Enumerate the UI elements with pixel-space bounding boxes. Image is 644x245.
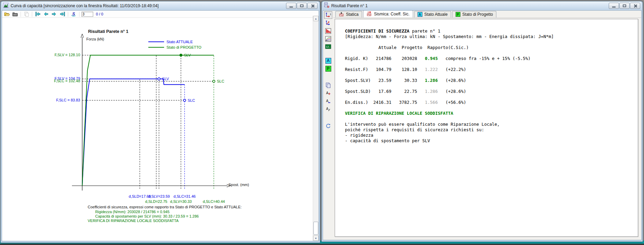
y-guide-label: F,SLV = 128.10 (54, 53, 80, 57)
marker-slv (180, 54, 182, 57)
copy-text-button[interactable] (324, 82, 332, 89)
maximize-button[interactable] (619, 3, 630, 9)
font-style-button[interactable]: A (324, 105, 332, 113)
stato-progetto-badge-icon: P (456, 12, 460, 17)
minimize-button[interactable] (286, 3, 296, 9)
svg-text:+: + (328, 91, 331, 96)
annotation-line-3: Capacità di spostamento per SLV (mm): 30… (95, 214, 199, 218)
tab-sismica-coeff-sic[interactable]: Sismica: Coeff. Sic. (363, 10, 413, 17)
paragraph-line: - rigidezza (345, 133, 634, 138)
close-icon (633, 4, 637, 8)
curves-chart-button[interactable] (324, 35, 332, 42)
result-row-rigidezza: Rigid. K) 214786 203028 0.945 compreso f… (345, 56, 634, 61)
minimize-icon (289, 7, 293, 8)
svg-text:12..: 12.. (326, 45, 330, 48)
marker-slc (213, 80, 215, 83)
close-button[interactable] (630, 3, 640, 9)
scrollbar-thumb[interactable] (313, 222, 318, 235)
svg-text:p: p (327, 5, 329, 8)
x-guide-label: d,SLD=22.75 (145, 199, 168, 204)
stato-attuale-button[interactable]: A (324, 57, 332, 64)
minimize-button[interactable] (609, 3, 619, 9)
result-row-spost-sld: Spost.SLD) 17.69 22.75 1.286 (+28.6%) (345, 89, 634, 94)
page-count-label: 0 / 0 (96, 12, 103, 16)
copy-icon[interactable] (23, 11, 30, 17)
legend-entry-attuale: Stato ATTUALE (148, 39, 201, 45)
maximize-button[interactable] (297, 3, 307, 9)
tab-stato-di-progetto[interactable]: P Stato di Progetto (452, 11, 496, 17)
font-increase-button[interactable]: A+ (324, 89, 332, 97)
stato-progetto-button[interactable]: P (324, 65, 332, 72)
ratio-value: 1.222 (425, 67, 438, 72)
right-titlebar: p Risultati Parete n° 1 (323, 1, 642, 10)
sync-results-button[interactable] (324, 122, 332, 130)
paragraph-line: L'intervento può essere qualificato come… (345, 122, 634, 127)
chart-legend: Stato ATTUALE Stato di PROGETTO (148, 39, 201, 50)
sync-icon[interactable]: S (70, 11, 77, 17)
previous-record-icon[interactable] (42, 11, 49, 17)
close-button[interactable] (307, 3, 318, 9)
ratio-value: 1.286 (425, 89, 438, 94)
marker-label: SLV (162, 77, 169, 81)
scroll-up-icon: ▲ (315, 17, 317, 20)
open-folder-icon[interactable] (3, 11, 10, 17)
page-number-input[interactable] (82, 12, 93, 17)
numeric-results-button[interactable]: 12.. (324, 43, 332, 50)
marker-label: SLC (217, 79, 224, 83)
scroll-down-button[interactable]: ▼ (313, 235, 319, 241)
tab-statica-label: Statica (346, 12, 359, 17)
toolbar-separator (32, 12, 32, 17)
x-axis-label: Spost. (mm) (228, 183, 249, 187)
legend-line-progetto (148, 47, 164, 48)
x-guide-label: d,SLD=17.69 (129, 194, 151, 198)
tab-stato-progetto-label: Stato di Progetto (462, 12, 493, 17)
series-stato-di-progetto (82, 55, 214, 186)
tab-stato-attuale-label: Stato Attuale (424, 12, 448, 17)
tab-stato-attuale[interactable]: A Stato Attuale (414, 11, 451, 17)
y-guide-label: F,SLC = 83.83 (56, 98, 80, 102)
annotation-line-2: Rigidezza (N/mm): 203028 / 214786 = 0.94… (95, 210, 170, 214)
histogram-button[interactable] (324, 27, 332, 35)
toolbar-separator (79, 12, 79, 17)
series-stato-attuale (82, 79, 185, 186)
svg-text:A: A (326, 99, 329, 103)
result-row-energia: En.diss.) 2416.31 3782.75 1.566 (+56.6%) (345, 100, 634, 105)
y-axis-label: Forza (kN) (86, 37, 104, 41)
x-guide-label: d,SLC=31.46 (174, 194, 196, 198)
left-toolbar: S 0 / 0 (2, 11, 319, 18)
paragraph-line: - capacità di spostamento per SLV (345, 138, 634, 144)
ratio-value: 0.945 (425, 56, 438, 61)
legend-label-attuale: Stato ATTUALE (166, 40, 193, 44)
all-walls-chart-button[interactable] (324, 19, 332, 27)
chart-title: Risultati Parete n° 1 (81, 29, 136, 34)
save-folder-icon[interactable] (12, 11, 18, 17)
ratio-value: 1.566 (425, 100, 438, 105)
minimize-icon (612, 7, 616, 8)
next-record-icon[interactable] (51, 11, 58, 17)
x-guide-label: d,SLV=30.33 (170, 199, 192, 204)
legend-line-attuale (148, 41, 164, 42)
single-wall-chart-button[interactable]: 1 (324, 11, 332, 19)
results-units-line: [Rigidezza: N/mm - Forza ultima: kN - Sp… (345, 34, 634, 39)
last-record-icon[interactable] (59, 11, 66, 17)
toolbar-separator (68, 12, 68, 17)
x-guide-label: d,SLV=23.59 (148, 194, 170, 198)
results-column-header: Attuale Progetto Rapporto(C.Sic.) (345, 45, 634, 50)
x-guide-label: d,SLC=40.44 (203, 199, 225, 204)
paragraph-line: poiché rispetta i requisiti di sicurezza… (345, 127, 634, 133)
results-text-panel: COEFFICIENTI DI SICUREZZA parete n° 1 [R… (335, 19, 638, 237)
scroll-up-button[interactable]: ▲ (313, 16, 319, 21)
results-tabbar: Statica Sismica: Coeff. Sic. A Stato Att… (333, 11, 641, 18)
vertical-scrollbar[interactable]: ▲ ▼ (313, 16, 319, 241)
tab-sismica-label: Sismica: Coeff. Sic. (374, 12, 410, 16)
chart-area: SLVSLCSLVSLC Risultati Parete n° 1 Forza… (2, 18, 314, 241)
first-record-icon[interactable] (34, 11, 41, 17)
font-decrease-button[interactable]: A (324, 97, 332, 105)
svg-text:S: S (72, 12, 75, 16)
maximize-icon (623, 4, 626, 7)
svg-text:A: A (326, 107, 329, 111)
tab-statica[interactable]: Statica (335, 11, 362, 17)
stato-attuale-badge-icon: A (418, 12, 422, 17)
maximize-icon (300, 4, 304, 7)
result-row-resistenza: Resist.F) 104.79 128.10 1.222 (+22.2%) (345, 67, 634, 72)
